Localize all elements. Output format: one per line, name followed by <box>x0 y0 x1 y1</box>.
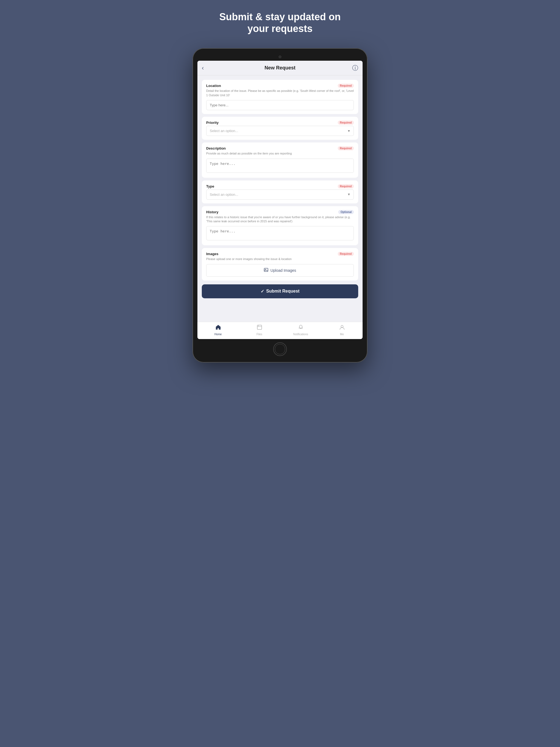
priority-select-wrapper: Select an option... ▼ <box>206 126 354 136</box>
tab-me-label: Me <box>340 333 344 336</box>
images-label: Images <box>206 252 219 256</box>
tablet-camera <box>279 55 281 58</box>
upload-icon <box>264 268 268 273</box>
tablet-top-bar <box>198 53 362 61</box>
tablet-home-button[interactable] <box>273 342 287 356</box>
tab-files-label: Files <box>256 333 262 336</box>
tablet-screen: ‹ New Request ⓘ Location Required Detail… <box>198 61 362 339</box>
upload-images-button[interactable]: Upload Images <box>206 264 354 277</box>
svg-point-3 <box>341 325 343 328</box>
history-section: History Optional If this relates to a hi… <box>202 206 358 246</box>
type-badge: Required <box>338 184 354 188</box>
notifications-icon <box>298 324 304 332</box>
location-label: Location <box>206 84 221 88</box>
description-input[interactable] <box>206 159 354 173</box>
tablet-home-button-inner <box>275 344 285 354</box>
page-headline: Submit & stay updated on your requests <box>219 11 341 34</box>
app-header: ‹ New Request ⓘ <box>198 61 362 75</box>
screen-title: New Request <box>264 65 295 71</box>
history-label: History <box>206 210 219 214</box>
images-badge: Required <box>338 252 354 256</box>
submit-label: Submit Request <box>266 289 300 294</box>
description-header: Description Required <box>206 146 354 150</box>
files-icon <box>256 324 262 332</box>
type-header: Type Required <box>206 184 354 188</box>
images-section: Images Required Please upload one or mor… <box>202 248 358 280</box>
me-icon <box>339 324 345 332</box>
tab-notifications[interactable]: Notifications <box>280 324 321 336</box>
tab-home[interactable]: Home <box>198 324 239 336</box>
submit-request-button[interactable]: ✓ Submit Request <box>202 284 358 298</box>
tab-me[interactable]: Me <box>321 324 362 336</box>
history-badge: Optional <box>338 210 354 214</box>
location-description: Detail the location of the issue. Please… <box>206 89 354 97</box>
form-spacer <box>202 301 358 317</box>
back-button[interactable]: ‹ <box>202 65 204 72</box>
location-badge: Required <box>338 84 354 88</box>
type-label: Type <box>206 184 214 188</box>
images-header: Images Required <box>206 252 354 256</box>
home-icon <box>215 324 221 332</box>
description-section: Description Required Provide as much det… <box>202 143 358 177</box>
svg-rect-0 <box>264 268 268 272</box>
location-section: Location Required Detail the location of… <box>202 80 358 114</box>
priority-select[interactable]: Select an option... <box>206 126 354 136</box>
location-input[interactable] <box>206 100 354 110</box>
description-description: Provide as much detail as possible on th… <box>206 152 354 156</box>
history-header: History Optional <box>206 210 354 214</box>
location-header: Location Required <box>206 84 354 88</box>
tab-files[interactable]: Files <box>239 324 280 336</box>
info-button[interactable]: ⓘ <box>352 64 358 72</box>
tab-bar: Home Files <box>198 322 362 339</box>
svg-rect-2 <box>257 325 262 330</box>
images-description: Please upload one or more images showing… <box>206 257 354 261</box>
tablet-device: ‹ New Request ⓘ Location Required Detail… <box>193 48 367 362</box>
priority-label: Priority <box>206 121 219 125</box>
history-input[interactable] <box>206 226 354 240</box>
priority-section: Priority Required Select an option... ▼ <box>202 117 358 140</box>
submit-check-icon: ✓ <box>261 289 264 294</box>
type-select-wrapper: Select an option... ▼ <box>206 189 354 200</box>
tablet-bottom-bar <box>198 339 362 358</box>
type-section: Type Required Select an option... ▼ <box>202 180 358 203</box>
history-description: If this relates to a historic issue that… <box>206 215 354 224</box>
description-badge: Required <box>338 146 354 150</box>
description-label: Description <box>206 146 226 150</box>
tab-notifications-label: Notifications <box>293 333 308 336</box>
upload-images-label: Upload Images <box>271 268 296 273</box>
form-area: Location Required Detail the location of… <box>198 75 362 321</box>
type-select[interactable]: Select an option... <box>206 189 354 200</box>
priority-header: Priority Required <box>206 121 354 125</box>
svg-point-1 <box>265 269 266 270</box>
tab-home-label: Home <box>214 333 222 336</box>
priority-badge: Required <box>338 121 354 125</box>
